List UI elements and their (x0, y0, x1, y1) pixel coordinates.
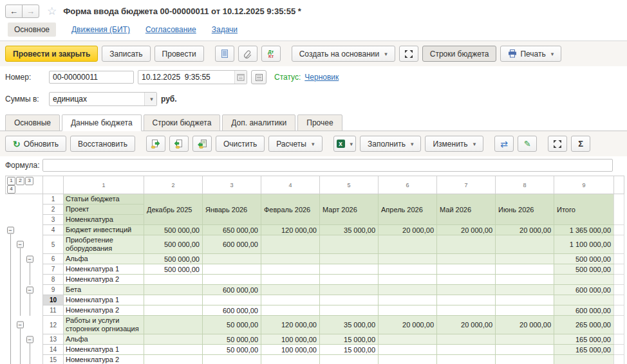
cell-value[interactable] (144, 355, 203, 364)
number-input[interactable] (49, 71, 134, 84)
calculations-button[interactable]: Расчеты ▾ (268, 136, 322, 152)
cell-value[interactable]: 15 000,00 (320, 334, 379, 345)
back-button[interactable]: ← (5, 5, 23, 18)
section-link-2[interactable]: Согласование (145, 25, 196, 34)
cell-value[interactable] (320, 285, 379, 295)
edit-cell-button[interactable]: ✎ (518, 136, 537, 152)
group-level-button-4[interactable]: 4 (7, 185, 15, 194)
row-number[interactable]: 8 (43, 275, 64, 285)
cell-value[interactable] (496, 295, 554, 305)
document-structure-button[interactable] (215, 46, 234, 62)
cell-label[interactable]: Номенклатура 1 (64, 345, 144, 355)
month-column-header[interactable]: Февраль 2026 (261, 194, 320, 225)
cell-value[interactable] (144, 316, 203, 334)
cell-label[interactable]: Номенклатура 1 (64, 295, 144, 305)
create-based-on-button[interactable]: Создать на основании ▾ (292, 46, 395, 62)
section-link-3[interactable]: Задачи (212, 25, 238, 34)
month-column-header[interactable]: Декабрь 2025 (144, 194, 203, 225)
open-list-button[interactable] (251, 70, 267, 84)
cell-value[interactable]: 100 000,00 (261, 345, 320, 355)
cell-label[interactable]: Приобретение оборудования (64, 235, 144, 254)
cell-value[interactable] (437, 285, 496, 295)
tab-1[interactable]: Данные бюджета (62, 114, 142, 131)
change-button[interactable]: Изменить ▾ (425, 136, 483, 152)
cell-value[interactable] (496, 235, 554, 254)
cell-value[interactable] (437, 334, 496, 345)
cell-value[interactable] (379, 285, 437, 295)
load-from-file-button[interactable] (192, 136, 212, 152)
cell-value[interactable]: 600 000,00 (203, 285, 261, 295)
cell-value[interactable]: 20 000,00 (496, 225, 554, 235)
cell-value[interactable]: 20 000,00 (437, 225, 496, 235)
tab-2[interactable]: Строки бюджета (144, 114, 221, 131)
cell-value[interactable]: 500 000,00 (144, 235, 203, 254)
cell-total[interactable] (554, 355, 614, 364)
cell-value[interactable]: 20 000,00 (496, 316, 554, 334)
section-link-1[interactable]: Движения (БИТ) (71, 25, 130, 34)
group-level-button-1[interactable]: 1 (7, 177, 15, 185)
cell-value[interactable]: 50 000,00 (203, 345, 261, 355)
collapse-group-button[interactable]: − (26, 255, 33, 262)
row-number[interactable]: 12 (43, 316, 64, 334)
cell-total[interactable]: 265 000,00 (554, 316, 614, 334)
cell-value[interactable] (261, 264, 320, 275)
cell-value[interactable] (144, 305, 203, 316)
row-number[interactable]: 10 (43, 295, 64, 305)
cell-value[interactable] (437, 264, 496, 275)
collapse-group-button[interactable]: − (17, 241, 24, 248)
cell-value[interactable] (320, 235, 379, 254)
row-number[interactable]: 13 (43, 334, 64, 345)
cell-label[interactable]: Альфа (64, 334, 144, 345)
total-column-header[interactable]: Итого (554, 194, 614, 225)
forward-button[interactable]: → (22, 5, 39, 18)
month-column-header[interactable]: Июнь 2026 (496, 194, 554, 225)
cell-label[interactable]: Номенклатура 2 (64, 355, 144, 364)
collapse-group-button[interactable]: − (7, 226, 14, 233)
tab-4[interactable]: Прочее (297, 114, 342, 131)
cell-value[interactable] (261, 275, 320, 285)
refresh-button[interactable]: ↻ Обновить (5, 136, 66, 152)
cell-value[interactable] (144, 285, 203, 295)
cell-value[interactable] (379, 264, 437, 275)
print-button[interactable]: Печать ▾ (500, 46, 561, 62)
cell-total[interactable]: 1 100 000,00 (554, 235, 614, 254)
restore-button[interactable]: Восстановить (70, 136, 135, 152)
tab-0[interactable]: Основные (5, 114, 60, 131)
cell-value[interactable]: 20 000,00 (379, 316, 437, 334)
cell-total[interactable]: 1 365 000,00 (554, 225, 614, 235)
cell-value[interactable]: 600 000,00 (203, 235, 261, 254)
cell-value[interactable] (261, 254, 320, 264)
fullscreen-button[interactable] (399, 46, 418, 62)
month-column-header[interactable]: Апрель 2026 (379, 194, 437, 225)
cell-value[interactable] (496, 355, 554, 364)
clear-button[interactable]: Очистить (216, 136, 265, 152)
cell-value[interactable]: 120 000,00 (261, 225, 320, 235)
budget-lines-button[interactable]: Строки бюджета (422, 46, 497, 62)
cell-value[interactable]: 650 000,00 (203, 225, 261, 235)
row-number[interactable]: 9 (43, 285, 64, 295)
cell-total[interactable]: 500 000,00 (554, 264, 614, 275)
status-link[interactable]: Черновик (304, 73, 339, 82)
cell-value[interactable]: 15 000,00 (320, 345, 379, 355)
group-level-button-3[interactable]: 3 (25, 177, 33, 185)
cell-value[interactable] (144, 275, 203, 285)
cell-value[interactable] (496, 305, 554, 316)
cell-value[interactable] (437, 235, 496, 254)
cell-value[interactable] (320, 305, 379, 316)
row-number[interactable]: 11 (43, 305, 64, 316)
cell-value[interactable] (437, 305, 496, 316)
cell-label[interactable]: Бюджет инвестиций (64, 225, 144, 235)
favorite-star-icon[interactable]: ☆ (47, 5, 57, 18)
cell-value[interactable] (203, 355, 261, 364)
cell-total[interactable]: 600 000,00 (554, 285, 614, 295)
cell-value[interactable] (320, 254, 379, 264)
month-column-header[interactable]: Март 2026 (320, 194, 379, 225)
collapse-group-button[interactable]: − (17, 322, 24, 329)
cell-total[interactable] (554, 295, 614, 305)
collapse-group-button[interactable]: − (26, 336, 33, 343)
cell-value[interactable] (261, 285, 320, 295)
cell-value[interactable]: 600 000,00 (203, 305, 261, 316)
cell-value[interactable] (379, 305, 437, 316)
collapse-group-button[interactable]: − (26, 286, 33, 293)
cell-value[interactable] (379, 295, 437, 305)
